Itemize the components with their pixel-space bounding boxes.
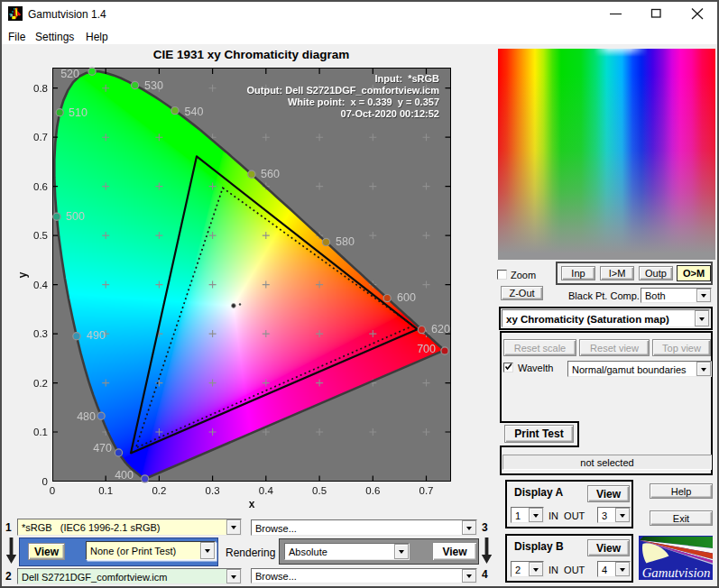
svg-text:Gamutvision: Gamutvision [642, 565, 711, 580]
svg-text:0.7: 0.7 [419, 485, 434, 496]
svg-text:x: x [249, 498, 255, 510]
svg-text:y: y [16, 271, 29, 278]
svg-text:0.1: 0.1 [98, 485, 113, 496]
svg-text:0.4: 0.4 [259, 485, 274, 496]
svg-text:0.2: 0.2 [152, 485, 166, 496]
svg-text:0.8: 0.8 [33, 83, 48, 94]
svg-text:0.2: 0.2 [33, 378, 48, 389]
svg-text:0: 0 [42, 476, 48, 487]
svg-text:0.5: 0.5 [33, 230, 48, 241]
svg-text:0.5: 0.5 [312, 485, 327, 496]
svg-text:0.7: 0.7 [33, 132, 48, 142]
svg-text:0.3: 0.3 [206, 485, 220, 496]
svg-text:0.6: 0.6 [365, 485, 380, 496]
svg-text:0.3: 0.3 [33, 328, 48, 339]
svg-text:0.6: 0.6 [33, 181, 48, 192]
svg-text:0: 0 [50, 485, 55, 496]
svg-text:0.4: 0.4 [33, 280, 49, 290]
svg-text:0.1: 0.1 [33, 427, 48, 437]
